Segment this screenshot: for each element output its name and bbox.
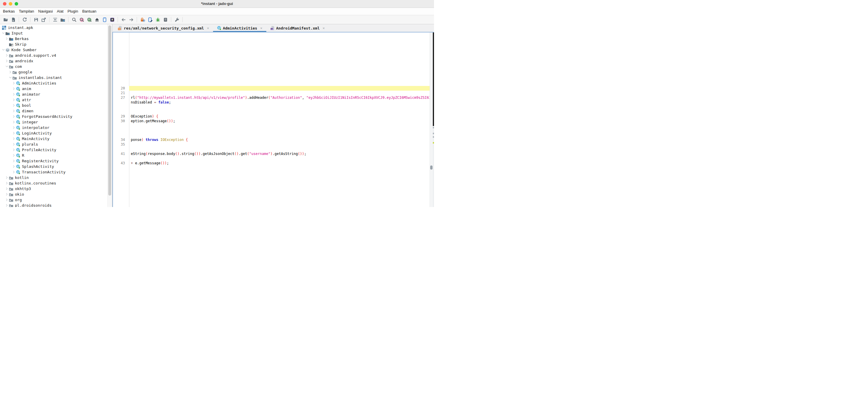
back-button[interactable] bbox=[120, 16, 127, 23]
tree-scrollbar[interactable] bbox=[107, 24, 112, 207]
code-line[interactable]: nsDisabled = false; bbox=[113, 100, 434, 105]
editor-tab-androidmanifest-xml[interactable]: MFAndroidManifest.xml× bbox=[266, 24, 329, 32]
tree-item-instantlabs-instant[interactable]: instantlabs.instant bbox=[0, 75, 112, 80]
code-line-20[interactable]: 20 bbox=[113, 86, 434, 91]
bug-button[interactable] bbox=[154, 16, 161, 23]
chevron-right-icon[interactable] bbox=[5, 181, 8, 185]
chevron-right-icon[interactable] bbox=[12, 126, 16, 129]
chevron-right-icon[interactable] bbox=[12, 143, 16, 146]
tree-item-adminactivities[interactable]: cAdminActivities bbox=[0, 80, 112, 86]
tree-item-transactionactivity[interactable]: cTransactionActivity bbox=[0, 169, 112, 175]
tree-item-dimen[interactable]: cdimen bbox=[0, 108, 112, 114]
tree-item-plurals[interactable]: cplurals bbox=[0, 141, 112, 147]
device-edit-button[interactable] bbox=[147, 16, 154, 23]
tree-item-attr[interactable]: cattr bbox=[0, 97, 112, 103]
editor-scrollbar-track[interactable] bbox=[430, 32, 433, 207]
code-line-41[interactable]: 41eString(response.body().string()).getA… bbox=[113, 151, 434, 156]
code-line-34[interactable]: 34ponse) throws IOException { bbox=[113, 137, 434, 142]
chevron-right-icon[interactable] bbox=[12, 170, 16, 174]
code-line-21[interactable]: 21 bbox=[113, 91, 434, 95]
refresh-button[interactable] bbox=[21, 16, 28, 23]
menu-item-berkas[interactable]: Berkas bbox=[1, 8, 17, 15]
code-line-30[interactable]: 30eption.getMessage()); bbox=[113, 119, 434, 124]
code-line-27[interactable]: 27rl("http://mywalletv1.instant.htb/api/… bbox=[113, 95, 434, 100]
code-line-29[interactable]: 29OException) { bbox=[113, 114, 434, 119]
tree-item-bool[interactable]: cbool bbox=[0, 103, 112, 108]
editor-tab-adminactivities[interactable]: cAdminActivities× bbox=[213, 24, 266, 32]
search-button[interactable] bbox=[70, 16, 78, 23]
tree-item-splashactivity[interactable]: cSplashActivity bbox=[0, 164, 112, 169]
open-folder-button[interactable] bbox=[2, 16, 9, 23]
code-line-43[interactable]: 43+ e.getMessage()); bbox=[113, 161, 434, 166]
chevron-right-icon[interactable] bbox=[12, 87, 16, 90]
chevron-down-icon[interactable] bbox=[8, 76, 12, 79]
tab-close-icon[interactable]: × bbox=[322, 26, 325, 30]
menu-item-tampilan[interactable]: Tampilan bbox=[17, 8, 36, 15]
chevron-right-icon[interactable] bbox=[5, 204, 8, 207]
tab-close-icon[interactable]: × bbox=[260, 26, 262, 30]
chevron-down-icon[interactable] bbox=[5, 65, 8, 68]
tree-item-kode-sumber[interactable]: Kode Sumber bbox=[0, 47, 112, 53]
chevron-right-icon[interactable] bbox=[12, 159, 16, 163]
tree-item-berkas[interactable]: Berkas bbox=[0, 36, 112, 41]
error-strip-mark[interactable] bbox=[433, 127, 434, 128]
chevron-right-icon[interactable] bbox=[12, 132, 16, 135]
tree-item-integer[interactable]: cinteger bbox=[0, 119, 112, 125]
fit-width-button[interactable] bbox=[52, 16, 59, 23]
chevron-right-icon[interactable] bbox=[5, 193, 8, 196]
chevron-right-icon[interactable] bbox=[12, 165, 16, 168]
search-class-button[interactable] bbox=[86, 16, 93, 23]
tree-item-input[interactable]: Input bbox=[0, 30, 112, 36]
chevron-right-icon[interactable] bbox=[12, 104, 16, 107]
chevron-right-icon[interactable] bbox=[12, 154, 16, 157]
tree-item-profileactivity[interactable]: cProfileActivity bbox=[0, 147, 112, 152]
chevron-right-icon[interactable] bbox=[12, 81, 16, 85]
tree-item-kotlin[interactable]: kotlin bbox=[0, 175, 112, 180]
chevron-right-icon[interactable] bbox=[12, 93, 16, 96]
chevron-right-icon[interactable] bbox=[5, 59, 8, 63]
tree-item-r[interactable]: cR bbox=[0, 152, 112, 158]
code-line[interactable] bbox=[113, 133, 434, 137]
code-line[interactable] bbox=[113, 105, 434, 109]
code-line-35[interactable]: 35 bbox=[113, 142, 434, 147]
chevron-right-icon[interactable] bbox=[8, 70, 12, 74]
forward-button[interactable] bbox=[128, 16, 135, 23]
tree-item-instant-apk[interactable]: instant.apk bbox=[0, 25, 112, 30]
tree-item-com[interactable]: com bbox=[0, 64, 112, 69]
chevron-right-icon[interactable] bbox=[12, 115, 16, 118]
error-strip-mark[interactable] bbox=[433, 142, 434, 144]
tree-item-mainactivity[interactable]: cMainActivity bbox=[0, 136, 112, 141]
tree-item-kotlinx-coroutines[interactable]: kotlinx.coroutines bbox=[0, 180, 112, 186]
tab-close-icon[interactable]: × bbox=[207, 26, 209, 30]
editor-tab-res-xml-network-security-config-xml[interactable]: <>res/xml/network_security_config.xml× bbox=[114, 24, 213, 32]
tree-item-loginactivity[interactable]: cLoginActivity bbox=[0, 130, 112, 136]
chevron-right-icon[interactable] bbox=[12, 148, 16, 151]
chevron-right-icon[interactable] bbox=[5, 187, 8, 190]
tree-item-okio[interactable]: okio bbox=[0, 192, 112, 197]
search-code-button[interactable] bbox=[78, 16, 85, 23]
tree-item-animator[interactable]: canimator bbox=[0, 92, 112, 97]
chevron-right-icon[interactable] bbox=[12, 109, 16, 112]
home-button[interactable] bbox=[93, 16, 100, 23]
tree-item-android-support-v4[interactable]: android.support.v4 bbox=[0, 53, 112, 58]
menu-item-alat[interactable]: Alat bbox=[55, 8, 65, 15]
chevron-down-icon[interactable] bbox=[1, 32, 5, 35]
log-button[interactable] bbox=[162, 16, 169, 23]
code-line[interactable] bbox=[113, 124, 434, 128]
device-button[interactable] bbox=[101, 16, 108, 23]
tree-item-forgotpasswordactivity[interactable]: cForgotPasswordActivity bbox=[0, 114, 112, 119]
tree-item-google[interactable]: google bbox=[0, 69, 112, 75]
code-line[interactable] bbox=[113, 109, 434, 114]
menu-item-bantuan[interactable]: Bantuan bbox=[80, 8, 98, 15]
deobfuscation-button[interactable] bbox=[139, 16, 146, 23]
add-file-button[interactable] bbox=[10, 16, 17, 23]
chevron-right-icon[interactable] bbox=[5, 176, 8, 179]
menu-item-plugin[interactable]: Plugin bbox=[66, 8, 80, 15]
editor-scrollbar-thumb[interactable] bbox=[430, 166, 433, 170]
tree-item-pl-droidsonroids[interactable]: pl.droidsonroids bbox=[0, 203, 112, 207]
code-line[interactable] bbox=[113, 128, 434, 133]
export-button[interactable] bbox=[40, 16, 47, 23]
tree-item-interpolator[interactable]: cinterpolator bbox=[0, 125, 112, 130]
code-line[interactable] bbox=[113, 156, 434, 161]
tree-sync-button[interactable] bbox=[59, 16, 66, 23]
